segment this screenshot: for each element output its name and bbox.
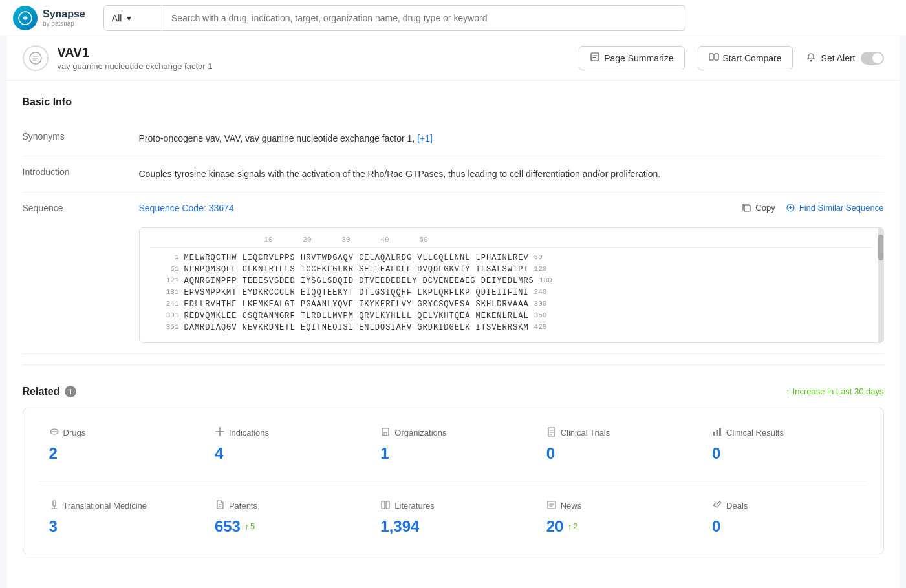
stat-value: 0 [712, 445, 720, 463]
stat-label-text: Patents [229, 501, 257, 510]
start-compare-button[interactable]: Start Compare [698, 46, 793, 70]
stat-value-container: 0 [546, 445, 691, 463]
search-type-dropdown[interactable]: All ▾ [104, 6, 162, 30]
alert-toggle-switch[interactable] [861, 52, 884, 65]
stat-icon [380, 499, 391, 512]
set-alert-toggle[interactable]: Set Alert [806, 52, 884, 65]
sequence-row: Sequence Sequence Code: 33674 Copy [23, 193, 884, 354]
seq-line-end: 420 [534, 323, 547, 332]
seq-line-num: 241 [150, 300, 179, 309]
stat-item[interactable]: Translational Medicine 3 [39, 494, 204, 541]
stat-value: 653 [215, 518, 241, 536]
find-similar-label: Find Similar Sequence [799, 203, 884, 213]
related-info-icon[interactable]: i [65, 386, 76, 397]
sequence-scrollbar-thumb[interactable] [878, 235, 883, 260]
stat-label: Literatures [380, 499, 525, 512]
sequence-line: 301 REDVQMKLEE CSQRANNGRF TLRDLLMVPM QRV… [150, 311, 873, 320]
stat-label-text: Indications [229, 428, 269, 437]
svg-rect-3 [709, 54, 713, 60]
main-content: Basic Info Synonyms Proto-oncogene vav, … [7, 81, 900, 570]
basic-info-section: Basic Info Synonyms Proto-oncogene vav, … [23, 96, 884, 354]
stat-value-container: 2 [49, 445, 194, 463]
stat-value: 20 [546, 518, 564, 536]
sequence-actions: Copy Find Similar Sequence [742, 203, 883, 213]
stat-badge: ↑5 [244, 521, 255, 532]
svg-rect-16 [382, 501, 385, 509]
stat-label: News [546, 499, 691, 512]
stat-label-text: Literatures [394, 501, 434, 510]
introduction-row: Introduction Couples tyrosine kinase sig… [23, 156, 884, 192]
stat-label-text: Organizations [394, 428, 446, 437]
stat-value-container: 1,394 [380, 518, 525, 536]
seq-line-end: 240 [534, 288, 547, 297]
increase-label: Increase in Last 30 days [793, 386, 884, 396]
basic-info-title: Basic Info [23, 96, 884, 108]
stat-item[interactable]: Clinical Results 0 [702, 421, 867, 468]
related-section: Related i ↑ Increase in Last 30 days Dru… [23, 386, 884, 554]
app-title: Synapse [43, 8, 85, 20]
seq-line-end: 360 [534, 311, 547, 320]
seq-line-data: REDVQMKLEE CSQRANNGRF TLRDLLMVPM QRVLKYH… [184, 311, 529, 320]
sequence-box[interactable]: 10 20 30 40 50 1 MELWRQCTHW LIQCRVLPPS H… [139, 227, 884, 343]
stat-item[interactable]: Clinical Trials 0 [536, 421, 702, 468]
stat-value: 0 [712, 518, 720, 536]
stat-label: Translational Medicine [49, 499, 194, 512]
stat-label-text: Clinical Results [726, 428, 784, 437]
copy-label: Copy [755, 203, 775, 213]
seq-line-end: 60 [534, 253, 543, 262]
summarize-icon [590, 52, 600, 65]
seq-line-num: 361 [150, 323, 179, 332]
stat-label: Clinical Trials [546, 426, 691, 439]
sequence-label: Sequence [23, 203, 139, 213]
stat-label: Deals [712, 499, 857, 512]
svg-rect-17 [386, 501, 389, 509]
stat-value-container: 1 [380, 445, 525, 463]
page-summarize-button[interactable]: Page Summarize [579, 46, 684, 70]
find-similar-icon [786, 203, 795, 213]
stat-icon [49, 426, 59, 439]
svg-rect-10 [384, 432, 387, 436]
related-title: Related i [23, 386, 77, 397]
seq-line-data: AQNRGIMPFP TEEESVGDED IYSGLSDQID DTVEEDE… [184, 277, 534, 286]
arrow-up-icon: ↑ [786, 386, 790, 396]
stat-item[interactable]: News 20 ↑2 [536, 494, 702, 541]
page-summarize-label: Page Summarize [604, 53, 673, 63]
sequence-line: 61 NLRPQMSQFL CLKNIRTFLS TCCEKFGLKR SELF… [150, 265, 873, 274]
stat-item[interactable]: Literatures 1,394 [370, 494, 535, 541]
stat-item[interactable]: Drugs 2 [39, 421, 204, 468]
stat-value-container: 0 [712, 445, 857, 463]
sequence-line: 181 EPVSМPPKMT EYDKRCCCLR EIQQTEEKYT DTL… [150, 288, 873, 297]
stat-item[interactable]: Indications 4 [204, 421, 370, 468]
synonyms-more-link[interactable]: [+1] [417, 133, 433, 143]
synonyms-value: Proto-oncogene vav, VAV, vav guanine nuc… [139, 131, 884, 145]
sequence-lines: 1 MELWRQCTHW LIQCRVLPPS HRVTWDGAQV CELAQ… [150, 253, 873, 332]
seq-line-num: 1 [150, 253, 179, 262]
related-header: Related i ↑ Increase in Last 30 days [23, 386, 884, 397]
sequence-line: 241 EDLLRVHTHF LKEMKEALGT PGAANLYQVF IKY… [150, 300, 873, 309]
start-compare-label: Start Compare [723, 53, 782, 63]
entity-actions: Page Summarize Start Compare Set Alert [579, 46, 883, 70]
entity-icon [23, 45, 49, 71]
search-input[interactable] [162, 6, 685, 30]
copy-button[interactable]: Copy [742, 203, 775, 213]
find-similar-button[interactable]: Find Similar Sequence [786, 203, 884, 213]
sequence-ruler: 10 20 30 40 50 [150, 236, 873, 248]
logo-text: Synapse by patsnap [43, 8, 85, 27]
sequence-scrollbar[interactable] [878, 228, 883, 342]
stat-icon [215, 499, 225, 512]
stats-row1: Drugs 2 Indications 4 Organizations 1 [39, 421, 868, 468]
stat-item[interactable]: Organizations 1 [370, 421, 535, 468]
sequence-code[interactable]: Sequence Code: 33674 [139, 203, 234, 213]
sequence-line: 361 DAMRDIAQGV NEVKRDNETL EQITNEOISI ENL… [150, 323, 873, 332]
sequence-line: 1 MELWRQCTHW LIQCRVLPPS HRVTWDGAQV CELAQ… [150, 253, 873, 262]
search-container: All ▾ [103, 5, 685, 31]
svg-rect-14 [719, 428, 721, 436]
stat-item[interactable]: Patents 653 ↑5 [204, 494, 370, 541]
seq-line-data: EDLLRVHTHF LKEMKEALGT PGAANLYQVF IKYKERF… [184, 300, 529, 309]
seq-line-data: EPVSМPPKMT EYDKRCCCLR EIQQTEEKYT DTLGSIQ… [184, 288, 529, 297]
synonyms-text: Proto-oncogene vav, VAV, vav guanine nuc… [139, 133, 415, 143]
stat-value: 3 [49, 518, 58, 536]
introduction-label: Introduction [23, 167, 139, 181]
stat-item[interactable]: Deals 0 [702, 494, 867, 541]
logo-area: Synapse by patsnap [13, 6, 85, 30]
